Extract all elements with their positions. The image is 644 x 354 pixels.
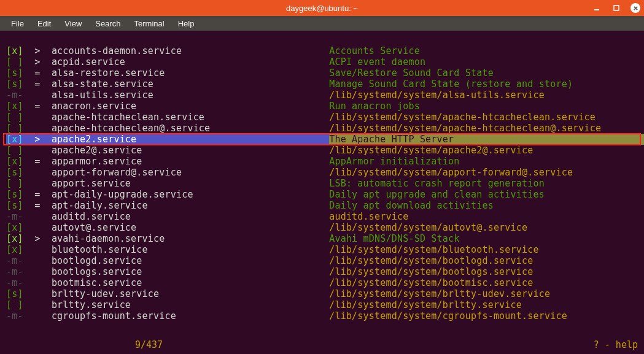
menu-edit[interactable]: Edit — [31, 18, 57, 29]
service-state: [x] — [6, 222, 23, 233]
service-row[interactable]: [ ] apport.service LSB: automatic crash … — [6, 178, 638, 189]
service-state: [ ] — [6, 123, 23, 134]
service-name: apparmor.service — [52, 156, 329, 167]
service-row[interactable]: [ ] apache-htcacheclean.service /lib/sys… — [6, 112, 638, 123]
service-state: [s] — [6, 189, 23, 200]
service-name: bootlogd.service — [52, 255, 329, 266]
svg-rect-1 — [614, 6, 619, 10]
service-row[interactable]: -m- alsa-utils.service /lib/systemd/syst… — [6, 90, 638, 101]
menu-view[interactable]: View — [58, 18, 88, 29]
service-state: [s] — [6, 200, 23, 211]
window-controls — [591, 0, 640, 16]
service-state: -m- — [6, 255, 23, 266]
service-description: /lib/systemd/system/brltty-udev.service — [329, 288, 550, 299]
service-state: -m- — [6, 310, 23, 321]
service-name: apache-htcacheclean@.service — [52, 123, 329, 134]
help-hint: ? - help — [594, 339, 638, 350]
service-description: /lib/systemd/system/brltty.service — [329, 299, 522, 310]
service-name: autovt@.service — [52, 222, 329, 233]
close-icon[interactable] — [630, 3, 640, 13]
service-row[interactable]: [s] = apt-daily.service Daily apt downlo… — [6, 200, 638, 211]
service-name: apache2.service — [52, 134, 329, 145]
service-row[interactable]: -m- cgroupfs-mount.service /lib/systemd/… — [6, 310, 638, 321]
service-description: The Apache HTTP Server — [329, 134, 644, 145]
service-name: bootlogs.service — [52, 266, 329, 277]
service-row[interactable]: -m- bootmisc.service /lib/systemd/system… — [6, 277, 638, 288]
service-state: [s] — [6, 288, 23, 299]
service-state: [x] — [6, 244, 23, 255]
service-row[interactable]: [x] = anacron.service Run anacron jobs — [6, 101, 638, 112]
service-state: [x] — [6, 134, 23, 145]
minimize-icon[interactable] — [591, 2, 602, 13]
service-row[interactable]: [s] = alsa-state.service Manage Sound Ca… — [6, 79, 638, 90]
service-name: accounts-daemon.service — [52, 45, 329, 56]
service-name: acpid.service — [52, 56, 329, 67]
service-row[interactable]: [x] autovt@.service /lib/systemd/system/… — [6, 222, 638, 233]
service-row[interactable]: [ ] brltty.service /lib/systemd/system/b… — [6, 299, 638, 310]
service-name: alsa-restore.service — [52, 67, 329, 79]
service-state: [ ] — [6, 56, 23, 67]
service-state: -m- — [6, 90, 23, 101]
terminal-area[interactable]: [x] > accounts-daemon.service Accounts S… — [0, 31, 644, 321]
service-row[interactable]: [s] brltty-udev.service /lib/systemd/sys… — [6, 288, 638, 299]
menubar: File Edit View Search Terminal Help — [0, 16, 644, 31]
service-state: [ ] — [6, 145, 23, 156]
service-state: [x] — [6, 233, 23, 244]
position-indicator: 9/437 — [135, 339, 163, 350]
service-name: brltty-udev.service — [52, 288, 329, 299]
menu-file[interactable]: File — [5, 18, 30, 29]
service-description: ACPI event daemon — [329, 56, 425, 67]
service-row[interactable]: [x] bluetooth.service /lib/systemd/syste… — [6, 244, 638, 255]
service-name: cgroupfs-mount.service — [52, 310, 329, 321]
svg-rect-0 — [594, 9, 599, 10]
service-description: Run anacron jobs — [329, 101, 420, 112]
service-name: alsa-utils.service — [52, 90, 329, 101]
service-name: bluetooth.service — [52, 244, 329, 255]
service-description: Daily apt upgrade and clean activities — [329, 189, 545, 200]
service-row[interactable]: [ ] apache2@.service /lib/systemd/system… — [6, 145, 638, 156]
service-state: -m- — [6, 211, 23, 222]
service-name: apport-forward@.service — [52, 167, 329, 178]
service-state: [x] — [6, 45, 23, 56]
service-name: apport.service — [52, 178, 329, 189]
service-name: brltty.service — [52, 299, 329, 310]
service-state: [s] — [6, 167, 23, 178]
menu-search[interactable]: Search — [89, 18, 126, 29]
service-description: Save/Restore Sound Card State — [329, 67, 494, 79]
service-state: [ ] — [6, 178, 23, 189]
service-description: Daily apt download activities — [329, 200, 494, 211]
service-row[interactable]: -m- bootlogs.service /lib/systemd/system… — [6, 266, 638, 277]
service-name: alsa-state.service — [52, 79, 329, 90]
service-state: -m- — [6, 266, 23, 277]
status-bar: 9/437 ? - help — [6, 339, 638, 350]
service-name: bootmisc.service — [52, 277, 329, 288]
window-title: daygeek@ubuntu: ~ — [286, 4, 358, 13]
service-description: Avahi mDNS/DNS-SD Stack — [329, 233, 459, 244]
service-state: [s] — [6, 79, 23, 90]
service-name: apache-htcacheclean.service — [52, 112, 329, 123]
service-row[interactable]: -m- auditd.service auditd.service — [6, 211, 638, 222]
service-row[interactable]: -m- bootlogd.service /lib/systemd/system… — [6, 255, 638, 266]
menu-terminal[interactable]: Terminal — [128, 18, 171, 29]
service-description: /lib/systemd/system/bluetooth.service — [329, 244, 539, 255]
service-state: -m- — [6, 277, 23, 288]
service-state: [x] — [6, 156, 23, 167]
service-row[interactable]: [ ] > acpid.service ACPI event daemon — [6, 56, 638, 67]
service-state: [x] — [6, 101, 23, 112]
service-name: apt-daily-upgrade.service — [52, 189, 329, 200]
service-row[interactable]: [x] > apache2.service The Apache HTTP Se… — [4, 134, 640, 145]
service-description: /lib/systemd/system/alsa-utils.service — [329, 90, 545, 101]
service-row[interactable]: [ ] apache-htcacheclean@.service /lib/sy… — [6, 123, 638, 134]
service-row[interactable]: [x] > avahi-daemon.service Avahi mDNS/DN… — [6, 233, 638, 244]
service-name: apt-daily.service — [52, 200, 329, 211]
service-row[interactable]: [x] = apparmor.service AppArmor initiali… — [6, 156, 638, 167]
service-row[interactable]: [s] = apt-daily-upgrade.service Daily ap… — [6, 189, 638, 200]
service-row[interactable]: [s] apport-forward@.service /lib/systemd… — [6, 167, 638, 178]
maximize-icon[interactable] — [611, 2, 622, 13]
service-row[interactable]: [x] > accounts-daemon.service Accounts S… — [6, 45, 638, 56]
menu-help[interactable]: Help — [172, 18, 201, 29]
service-description: /lib/systemd/system/autovt@.service — [329, 222, 527, 233]
service-description: /lib/systemd/system/apport-forward@.serv… — [329, 167, 573, 178]
service-row[interactable]: [s] = alsa-restore.service Save/Restore … — [6, 67, 638, 79]
service-description: Accounts Service — [329, 45, 420, 56]
